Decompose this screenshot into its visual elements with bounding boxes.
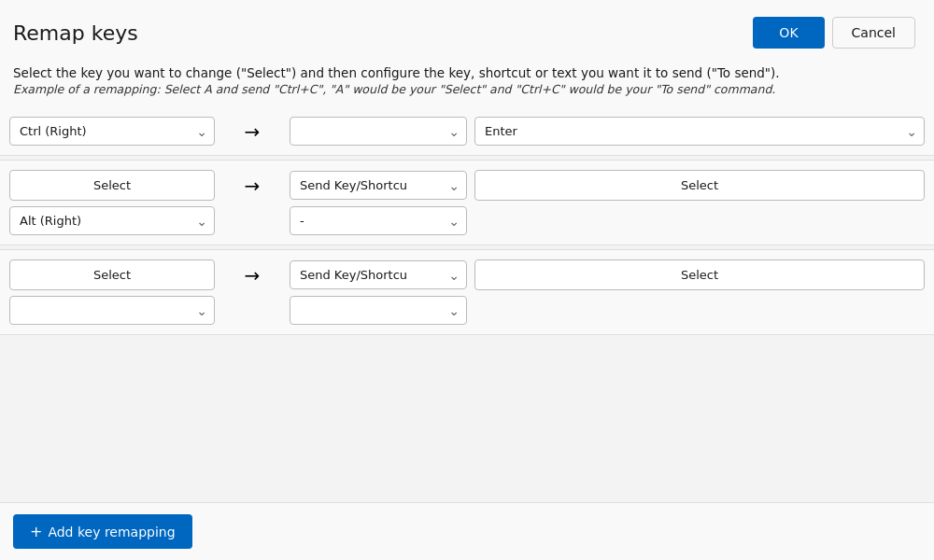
row-1-from-select[interactable]: Alt (Right) <box>9 206 215 235</box>
description-line2: Example of a remapping: Select A and sen… <box>13 82 921 96</box>
cancel-button[interactable]: Cancel <box>832 17 915 49</box>
row-0-to: Enter <box>290 117 925 146</box>
row-1-top-cols: Select → Send Key/Shortcu Select <box>9 170 925 201</box>
row-2-from-dropdown-wrapper <box>9 296 215 325</box>
row-1-from-dropdown[interactable]: Alt (Right) <box>9 206 215 235</box>
row-0-to-type[interactable] <box>290 117 467 146</box>
row-0-from-select[interactable]: Ctrl (Right) <box>9 117 215 146</box>
dialog-header: Remap keys OK Cancel <box>0 0 934 62</box>
description-area: Select the key you want to change ("Sele… <box>0 62 934 105</box>
arrow-icon: → <box>245 120 261 143</box>
row-1-to-type[interactable]: Send Key/Shortcu <box>290 171 467 200</box>
add-button-label: Add key remapping <box>48 525 175 539</box>
row-1-to-bottom: - <box>290 206 925 235</box>
row-1-to-type-select[interactable]: Send Key/Shortcu <box>290 171 467 200</box>
row-1-bottom-cols: Alt (Right) - <box>9 206 925 235</box>
dialog-footer: + Add key remapping <box>0 502 934 560</box>
row-2-to-select-button[interactable]: Select <box>474 259 925 290</box>
row-1-from-select-button[interactable]: Select <box>9 170 215 201</box>
row-2-to-top: Send Key/Shortcu Select <box>290 259 925 290</box>
row-0-from: Ctrl (Right) <box>9 117 215 146</box>
row-1-to-value-select[interactable]: - <box>290 206 467 235</box>
header-buttons: OK Cancel <box>753 17 915 49</box>
row-1-arrow: → <box>215 175 290 197</box>
row-2-top-cols: Select → Send Key/Shortcu Select <box>9 259 925 290</box>
row-2-to-type-select[interactable]: Send Key/Shortcu <box>290 260 467 289</box>
row-1-to-top: Send Key/Shortcu Select <box>290 170 925 201</box>
row-2-from-select-button[interactable]: Select <box>9 259 215 290</box>
description-line1: Select the key you want to change ("Sele… <box>13 65 921 80</box>
row-0-to-value-select[interactable]: Enter <box>474 117 925 146</box>
remap-row-2: Select → Send Key/Shortcu Select <box>0 250 934 335</box>
ok-button[interactable]: OK <box>753 17 824 49</box>
row-0-from-dropdown[interactable]: Ctrl (Right) <box>9 117 215 146</box>
arrow-icon-2: → <box>245 264 261 287</box>
arrow-icon-1: → <box>245 175 261 197</box>
row-2-from-select[interactable] <box>9 296 215 325</box>
row-2-from-dropdown[interactable] <box>9 296 215 325</box>
plus-icon: + <box>30 523 42 540</box>
remap-row-1: Select → Send Key/Shortcu Select <box>0 161 934 245</box>
row-2-from-select-btn-wrapper: Select <box>9 259 215 290</box>
remap-row-0: Ctrl (Right) → Enter <box>0 105 934 156</box>
row-1-to-select-button[interactable]: Select <box>474 170 925 201</box>
row-2-bottom-cols <box>9 296 925 325</box>
row-0-to-value[interactable]: Enter <box>474 117 925 146</box>
row-1-from-select-btn-wrapper: Select <box>9 170 215 201</box>
add-key-remapping-button[interactable]: + Add key remapping <box>13 514 192 549</box>
row-1-from-dropdown-wrapper: Alt (Right) <box>9 206 215 235</box>
row-2-to-bottom <box>290 296 925 325</box>
row-2-to-type[interactable]: Send Key/Shortcu <box>290 260 467 289</box>
remap-keys-dialog: Remap keys OK Cancel Select the key you … <box>0 0 934 560</box>
row-0-arrow: → <box>215 120 290 143</box>
row-2-to-value-select[interactable] <box>290 296 467 325</box>
row-0-to-type-select[interactable] <box>290 117 467 146</box>
remap-rows-container: Ctrl (Right) → Enter <box>0 105 934 502</box>
row-2-arrow: → <box>215 264 290 287</box>
dialog-title: Remap keys <box>13 21 138 45</box>
row-2-to-value-dropdown[interactable] <box>290 296 467 325</box>
row-0-cols: Ctrl (Right) → Enter <box>9 117 925 146</box>
row-1-to-value-dropdown[interactable]: - <box>290 206 467 235</box>
